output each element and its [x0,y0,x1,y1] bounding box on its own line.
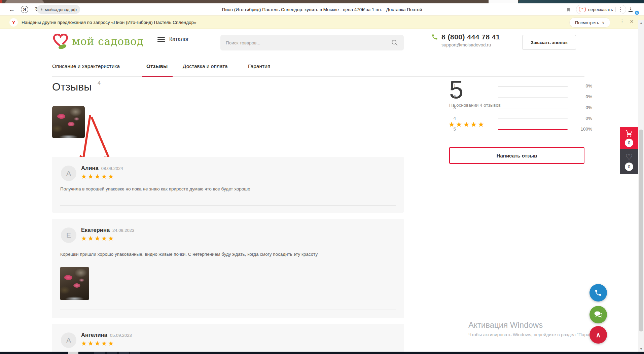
taskbar-icon [94,352,105,354]
site-header: мой садовод Каталог 8 (800) 444 78 41 su… [0,29,644,60]
search-input[interactable] [226,40,391,45]
bookmark-icon[interactable] [564,3,573,15]
quote-icon: “ [579,7,586,12]
review-card: А Алина08.09.2024 ★★★★★ Получила в хорош… [52,157,404,213]
review-photo-thumbnail[interactable] [52,106,85,138]
cart-button[interactable]: 0 [620,127,638,149]
lock-icon [40,7,43,12]
taskbar-sliver [0,352,644,354]
reviews-title: Отзывы [52,81,92,93]
review-stars: ★★★★★ [81,340,132,347]
bar-percent: 100% [577,127,592,132]
taskbar-icon [130,352,140,354]
divider [615,7,616,12]
divider [60,205,396,206]
tab-warranty[interactable]: Гарантия [248,63,270,69]
yandex-browser-icon[interactable]: Я [20,3,30,15]
address-bar[interactable]: мойсадовод.рф [37,5,80,14]
rating-bar-row: 2 0% [449,94,592,100]
search-icon[interactable] [391,39,398,46]
bar-percent: 0% [577,116,592,121]
bar-track [498,118,568,119]
phone-number[interactable]: 8 (800) 444 78 41 [441,33,500,41]
download-badge: 6 [635,10,639,15]
scrollbar[interactable]: ▲ ▼ [638,20,644,352]
taskbar-icon [107,352,117,354]
tab-description[interactable]: Описание и характеристика [52,63,120,69]
bar-label: 2 [449,94,456,99]
browser-toolbar: ← Я ↻ мойсадовод.рф Пион (Ито-гибрид) Па… [0,3,644,15]
browser-tab-right[interactable] [518,0,644,3]
callback-fab[interactable] [589,284,607,302]
download-icon: ↓ [629,5,633,12]
bar-label: 4 [449,116,456,121]
search-box [220,35,404,50]
product-tabs: Описание и характеристика Отзывы Доставк… [52,61,584,77]
reviewer-name: Ангелина [81,332,107,338]
scroll-down-icon[interactable]: ▼ [638,346,644,352]
review-text: Корешки пришли хорошо упакованные, видно… [60,252,393,257]
bar-track [498,97,568,98]
yandex-notification-bar: Y Найдены другие предложения по запросу … [0,15,644,29]
downloads-button[interactable]: ↓ 6 [629,5,637,14]
retell-menu-dots-icon[interactable]: ⋮ [618,6,623,12]
cart-icon [625,130,633,137]
avatar: А [61,166,76,181]
taskbar-icon [119,352,129,354]
notification-close-icon[interactable]: × [630,18,634,25]
back-button[interactable]: ← [7,3,17,15]
review-card: Е Екатерина24.09.2023 ★★★★★ Корешки приш… [52,219,404,318]
browser-tab-strip [0,0,644,3]
cart-count-badge: 0 [625,139,633,147]
support-email[interactable]: support@moisadovod.ru [441,42,500,47]
review-date: 08.09.2024 [101,166,123,171]
review-date: 24.09.2023 [112,228,134,233]
active-tab-underline [142,76,173,77]
site-logo[interactable]: мой садовод [51,32,144,50]
bar-track [498,86,568,87]
phone-icon [431,34,438,40]
browser-page-title: Пион (Ито-гибрид) Пастель Сплендор: купи… [154,3,490,15]
retell-button[interactable]: “ пересказать ⋮ [576,5,626,14]
yandex-logo-icon: Y [9,18,18,27]
review-text: Получила в хорошей упаковке но пока не з… [60,186,393,191]
bar-label: 5 [449,127,456,132]
chat-fab[interactable] [589,306,607,323]
rating-bar-row: 5 100% [449,127,592,132]
heart-icon: ♡ [625,153,633,161]
avatar: Е [61,227,76,243]
favorites-count-badge: 0 [625,163,633,171]
windows-watermark: Активация Windows Чтобы активировать Win… [468,320,606,337]
hamburger-icon [157,37,165,42]
bar-label: 3 [449,105,456,110]
scrollbar-thumb[interactable] [639,130,643,331]
retell-label: пересказать [588,7,613,12]
catalog-label: Каталог [169,36,189,42]
favorites-button[interactable]: ♡ 0 [620,149,638,174]
review-card: А Ангелина05.09.2023 ★★★★★ [52,324,404,354]
reviewer-name: Екатерина [81,227,110,233]
phone-block: 8 (800) 444 78 41 support@moisadovod.ru [431,33,500,47]
rating-bar-row: 4 0% [449,116,592,121]
order-call-button[interactable]: Заказать звонок [522,35,576,50]
notification-view-button[interactable]: Посмотреть ∨ [569,17,610,28]
scroll-to-top-fab[interactable]: ∧ [589,326,607,344]
review-stars: ★★★★★ [81,173,123,180]
tab-reviews[interactable]: Отзывы [146,63,168,69]
taskbar-icon [68,352,78,354]
bar-percent: 0% [577,83,592,88]
notification-menu-icon[interactable]: ⋮ [620,19,624,24]
tab-delivery[interactable]: Доставка и оплата [183,63,228,69]
bar-percent: 0% [577,105,592,110]
url-text: мойсадовод.рф [45,7,77,12]
logo-heart-icon [51,32,70,50]
notification-text: Найдены другие предложения по запросу «П… [22,20,196,25]
write-review-button[interactable]: Написать отзыв [449,147,584,164]
yandex-letter: Я [21,6,28,13]
browser-tab[interactable] [5,0,44,3]
bar-track [498,108,568,108]
scroll-up-icon[interactable]: ▲ [638,20,644,26]
review-photo[interactable] [60,267,89,300]
catalog-button[interactable]: Каталог [157,36,189,42]
review-stars: ★★★★★ [81,235,134,242]
